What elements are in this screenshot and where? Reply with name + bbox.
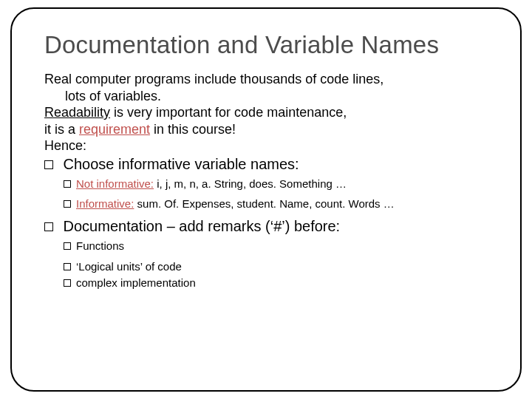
readability-line: Readability is very important for code m…	[44, 104, 488, 121]
requirement-pre: it is a	[44, 122, 79, 137]
checkbox-icon	[44, 160, 53, 169]
word-requirement: requirement	[79, 122, 150, 137]
checkbox-icon	[64, 200, 71, 208]
sub-informative: Informative: sum. Of. Expenses, student.…	[44, 196, 488, 212]
sub-logical-units: ‘Logical units’ of code	[44, 259, 488, 275]
sub-not-informative: Not informative: i, j, m, n, a. String, …	[44, 176, 488, 192]
hence-line: Hence:	[44, 137, 488, 154]
informative-examples: sum. Of. Expenses, student. Name, count.…	[134, 197, 394, 210]
bullet-choose-names-text: Choose informative variable names:	[59, 156, 299, 172]
word-readability: Readability	[44, 105, 110, 120]
slide: Documentation and Variable Names Real co…	[0, 0, 532, 399]
checkbox-icon	[64, 242, 71, 250]
checkbox-icon	[64, 279, 71, 287]
bullet-documentation: Documentation – add remarks (‘#’) before…	[44, 216, 488, 236]
not-informative-examples: i, j, m, n, a. String, does. Something …	[154, 177, 347, 190]
requirement-line: it is a requirement in this course!	[44, 121, 488, 138]
requirement-post: in this course!	[150, 122, 236, 137]
sub-logical-units-text: ‘Logical units’ of code	[76, 260, 182, 273]
sub-functions-text: Functions	[76, 239, 124, 252]
bullet-choose-names: Choose informative variable names:	[44, 154, 488, 174]
checkbox-icon	[44, 222, 53, 231]
sub-complex-impl: complex implementation	[44, 275, 488, 291]
bullet-documentation-text: Documentation – add remarks (‘#’) before…	[59, 218, 340, 234]
checkbox-icon	[64, 180, 71, 188]
checkbox-icon	[64, 263, 71, 270]
label-not-informative: Not informative:	[76, 177, 154, 190]
slide-frame: Documentation and Variable Names Real co…	[10, 7, 522, 392]
intro-line-1: Real computer programs include thousands…	[44, 71, 488, 88]
readability-rest: is very important for code maintenance,	[110, 105, 347, 120]
label-informative: Informative:	[76, 197, 134, 210]
sub-complex-impl-text: complex implementation	[76, 276, 196, 289]
slide-title: Documentation and Variable Names	[44, 31, 488, 59]
sub-functions: Functions	[44, 238, 488, 254]
intro-line-1b: lots of variables.	[44, 88, 488, 105]
